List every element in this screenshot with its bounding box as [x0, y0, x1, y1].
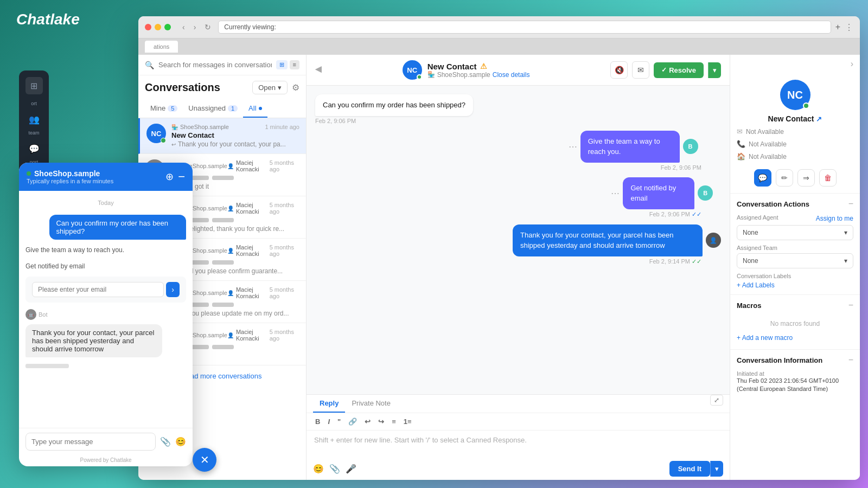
widget-emoji-icon[interactable]: 😊 [175, 436, 186, 447]
mute-button[interactable]: 🔇 [610, 61, 628, 79]
sidebar-item-team[interactable]: 👥 [25, 111, 43, 128]
expand-btn[interactable]: ⤢ [710, 395, 723, 413]
bot-avatar-small: 🤖 [25, 309, 36, 320]
widget-input-icons: 📎 😊 [160, 436, 186, 447]
online-indicator [803, 102, 809, 109]
widget-notify-2: Get notified by email [25, 260, 85, 272]
search-input[interactable] [158, 61, 272, 69]
team-select[interactable]: None ▾ [737, 253, 853, 268]
close-window-btn[interactable] [145, 24, 151, 30]
active-tab[interactable]: ations [145, 41, 178, 53]
nav-forward-button[interactable]: › [191, 22, 199, 33]
message-time: Feb 2, 9:06 PM [315, 118, 356, 124]
quote-button[interactable]: " [335, 416, 343, 427]
message-menu-icon[interactable]: ⋯ [611, 188, 620, 198]
message-bubble: Thank you for your contact, your parcel … [513, 224, 703, 256]
tab-private-note[interactable]: Private Note [345, 395, 397, 413]
tab-reply[interactable]: Reply [313, 395, 345, 413]
team-label: Assigned Team [737, 245, 853, 251]
contact-card: NC New Contact ↗ ✉ Not Available 📞 [730, 73, 860, 194]
new-conversation-btn[interactable]: 💬 [754, 169, 771, 187]
phone-icon: 📞 [737, 140, 745, 148]
message-time: Feb 2, 9:06 PM [661, 164, 721, 171]
reply-footer: 😊 📎 🎤 Send It ▾ [307, 458, 730, 480]
resolve-dropdown-button[interactable]: ▾ [708, 62, 721, 78]
ordered-list-button[interactable]: 1≡ [401, 416, 414, 427]
conversation-item-1[interactable]: NC 🏪 ShoeShop.sample 1 minute ago New Co… [138, 118, 306, 154]
send-dropdown-button[interactable]: ▾ [710, 461, 723, 477]
list-view-btn[interactable]: ≡ [290, 60, 299, 69]
redo-button[interactable]: ↪ [376, 416, 386, 427]
right-panel-toggle[interactable]: › [851, 59, 853, 69]
widget-shop-info: ShoeShop.sample Typically replies in a f… [27, 169, 113, 184]
edit-contact-btn[interactable]: ✏ [776, 169, 793, 187]
avatar: NC [146, 124, 166, 143]
widget-new-conversation-icon[interactable]: ⊕ [165, 171, 174, 183]
unordered-list-button[interactable]: ≡ [390, 416, 398, 427]
open-filter-button[interactable]: Open ▾ [252, 81, 288, 94]
sidebar-item-support[interactable]: 💬 [25, 140, 43, 157]
external-link-icon[interactable]: ↗ [816, 115, 822, 123]
filter-icon[interactable]: ⚙ [292, 82, 299, 93]
undo-button[interactable]: ↩ [362, 416, 373, 427]
assign-to-me-link[interactable]: Assign to me [816, 215, 853, 222]
sidebar-label-reports: ort [31, 101, 37, 106]
close-details-link[interactable]: Close details [493, 71, 530, 79]
merge-contact-btn[interactable]: ⇒ [797, 169, 815, 187]
audio-icon[interactable]: 🎤 [346, 464, 356, 474]
sidebar-item-reports[interactable]: ⊞ [25, 77, 43, 94]
chat-header-left: NC New Contact ⚠ 🏪 ShoeShop.sample [403, 60, 530, 80]
widget-date-divider: Today [25, 195, 186, 210]
agent-select[interactable]: None ▾ [737, 225, 853, 240]
add-macro-button[interactable]: + Add a new macro [737, 332, 853, 344]
widget-email-send-button[interactable]: › [166, 282, 180, 297]
email-button[interactable]: ✉ [632, 61, 649, 79]
delete-contact-btn[interactable]: 🗑 [819, 169, 837, 187]
tab-mine[interactable]: Mine 5 [145, 100, 183, 118]
maximize-window-btn[interactable] [164, 24, 171, 30]
reply-input-area[interactable]: Shift + enter for new line. Start with '… [307, 431, 730, 458]
bold-button[interactable]: B [313, 416, 322, 427]
chat-contact-info: New Contact ⚠ 🏪 ShoeShop.sample Close de… [427, 62, 530, 79]
bot-msg-content: ⋯ Get notified by email B Feb 2, 9:06 PM… [611, 177, 721, 218]
link-button[interactable]: 🔗 [346, 416, 359, 427]
attachment-icon[interactable]: 📎 [329, 464, 340, 474]
address-icon: 🏠 [737, 152, 745, 160]
conversation-actions-header[interactable]: Conversation Actions − [730, 194, 860, 214]
message-bubble: Can you confirm my order has been shippe… [315, 94, 473, 116]
macros-header[interactable]: Macros − [730, 295, 860, 316]
conv-info-header[interactable]: Conversation Information − [730, 350, 860, 370]
widget-attachment-icon[interactable]: 📎 [160, 436, 171, 447]
widget-minimize-icon[interactable]: − [178, 170, 185, 184]
browser-menu-button[interactable]: ⋮ [845, 22, 853, 33]
message-bubble: Get notified by email [623, 177, 694, 209]
resolve-button[interactable]: ✓ Resolve [654, 62, 704, 78]
widget-close-button[interactable]: ✕ [193, 448, 216, 472]
grid-view-btn[interactable]: ⊞ [276, 60, 288, 69]
message-time: Feb 2, 9:14 PM ✓✓ [649, 258, 721, 265]
chat-header-right: 🔇 ✉ ✓ Resolve ▾ [610, 61, 721, 79]
widget-email-input[interactable] [32, 282, 164, 297]
nav-back-button[interactable]: ‹ [180, 22, 188, 33]
italic-button[interactable]: I [326, 416, 332, 427]
add-labels-button[interactable]: + Add Labels [737, 281, 853, 289]
labels-label: Conversation Labels [737, 273, 853, 279]
nav-refresh-button[interactable]: ↻ [202, 22, 214, 33]
online-indicator [161, 138, 166, 143]
new-tab-button[interactable]: + [835, 22, 840, 32]
url-bar[interactable]: Currently viewing: [218, 21, 831, 34]
send-button[interactable]: Send It [669, 461, 710, 477]
message-menu-icon[interactable]: ⋯ [569, 142, 577, 152]
minimize-window-btn[interactable] [155, 24, 161, 30]
chat-contact-sub: 🏪 ShoeShop.sample Close details [427, 71, 530, 79]
emoji-icon[interactable]: 😊 [313, 464, 324, 474]
tab-unassigned[interactable]: Unassigned 1 [183, 100, 243, 118]
assigned-agent-row: Assigned Agent Assign to me [737, 214, 853, 223]
section-collapse-icon: − [848, 355, 853, 365]
reply-footer-icons: 😊 📎 🎤 [313, 464, 356, 474]
widget-message-input[interactable] [25, 433, 156, 451]
collapse-icon[interactable]: ▶ [315, 65, 322, 75]
window-controls [145, 24, 171, 30]
conv-meta: 🏪 ShoeShop.sample 1 minute ago [171, 124, 299, 130]
tab-all[interactable]: All [243, 100, 267, 118]
